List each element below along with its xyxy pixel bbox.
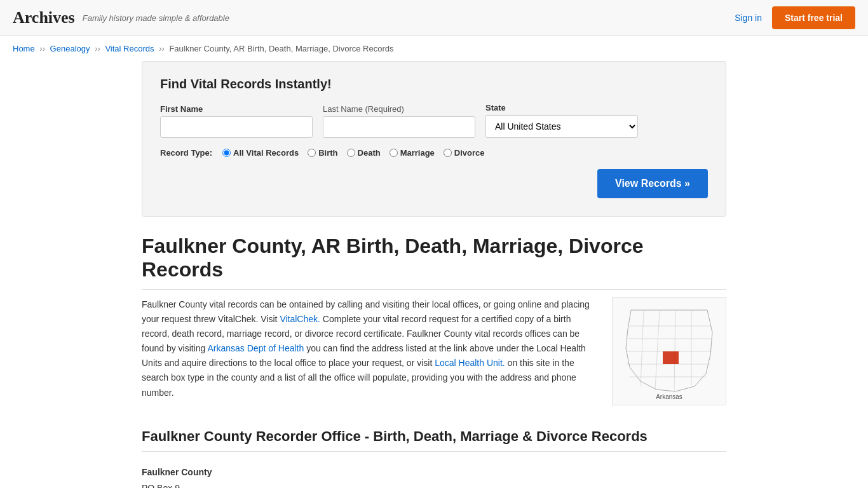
arkansas-map-svg: Arkansas xyxy=(612,297,726,405)
first-name-input[interactable] xyxy=(160,116,313,138)
radio-birth-input[interactable] xyxy=(308,149,316,157)
radio-marriage-input[interactable] xyxy=(390,149,398,157)
ar-health-link[interactable]: Arkansas Dept of Health xyxy=(208,343,304,353)
view-records-button[interactable]: View Records » xyxy=(597,169,708,198)
breadcrumb-sep-3: ›› xyxy=(159,44,165,53)
content-section: Faulkner County vital records can be ont… xyxy=(142,297,726,408)
content-text: Faulkner County vital records can be ont… xyxy=(142,297,597,408)
breadcrumb-vital-records[interactable]: Vital Records xyxy=(105,44,154,53)
radio-all-vital-input[interactable] xyxy=(222,149,231,157)
main-content: Find Vital Records Instantly! First Name… xyxy=(129,61,739,488)
breadcrumb-sep-2: ›› xyxy=(95,44,100,53)
last-name-group: Last Name (Required) xyxy=(323,104,475,138)
record-type-group: All Vital Records Birth Death Marriage D… xyxy=(222,148,484,158)
radio-marriage[interactable]: Marriage xyxy=(390,148,435,158)
local-health-link[interactable]: Local Health Unit. xyxy=(435,358,505,368)
radio-birth[interactable]: Birth xyxy=(308,148,337,158)
radio-divorce-input[interactable] xyxy=(444,149,452,157)
faulkner-county-highlight xyxy=(663,351,679,364)
state-group: State All United States Alabama Alaska A… xyxy=(485,103,638,138)
office-info: Faulkner County PO Box 9 Conway, AR 7203… xyxy=(142,464,726,488)
search-fields: First Name Last Name (Required) State Al… xyxy=(160,103,708,138)
header-right: Sign in Start free trial xyxy=(735,6,855,29)
radio-all-vital[interactable]: All Vital Records xyxy=(222,148,299,158)
page-title: Faulkner County, AR Birth, Death, Marria… xyxy=(142,234,726,290)
site-header: Archives Family history made simple & af… xyxy=(0,0,868,36)
state-label-text: Arkansas xyxy=(656,393,682,400)
radio-death[interactable]: Death xyxy=(347,148,381,158)
start-trial-button[interactable]: Start free trial xyxy=(772,6,855,29)
vitalchek-link[interactable]: VitalChek. xyxy=(280,314,320,324)
radio-birth-label: Birth xyxy=(318,148,337,158)
state-select[interactable]: All United States Alabama Alaska Arizona… xyxy=(485,115,638,138)
breadcrumb-current: Faulkner County, AR Birth, Death, Marria… xyxy=(169,44,393,53)
breadcrumb-genealogy[interactable]: Genealogy xyxy=(50,44,90,53)
last-name-label: Last Name (Required) xyxy=(323,104,475,114)
header-left: Archives Family history made simple & af… xyxy=(13,8,229,27)
ar-map: Arkansas xyxy=(612,297,726,408)
last-name-input[interactable] xyxy=(323,116,475,138)
breadcrumb-sep-1: ›› xyxy=(39,44,45,53)
recorder-section-title: Faulkner County Recorder Office - Birth,… xyxy=(142,428,726,452)
office-po-box: PO Box 9 xyxy=(142,480,726,488)
radio-divorce-label: Divorce xyxy=(454,148,485,158)
search-title: Find Vital Records Instantly! xyxy=(160,77,708,92)
office-name: Faulkner County xyxy=(142,464,726,480)
content-paragraph: Faulkner County vital records can be ont… xyxy=(142,297,597,400)
radio-divorce[interactable]: Divorce xyxy=(444,148,485,158)
recorder-section: Faulkner County Recorder Office - Birth,… xyxy=(142,428,726,488)
site-tagline: Family history made simple & affordable xyxy=(83,13,229,23)
breadcrumb-home[interactable]: Home xyxy=(13,44,35,53)
radio-death-label: Death xyxy=(358,148,381,158)
state-label: State xyxy=(485,103,638,112)
record-type-row: Record Type: All Vital Records Birth Dea… xyxy=(160,148,708,158)
sign-in-link[interactable]: Sign in xyxy=(735,13,762,23)
first-name-group: First Name xyxy=(160,104,313,138)
site-logo: Archives xyxy=(13,8,75,27)
record-type-label: Record Type: xyxy=(160,148,212,158)
search-box: Find Vital Records Instantly! First Name… xyxy=(142,61,726,217)
first-name-label: First Name xyxy=(160,104,313,114)
radio-all-vital-label: All Vital Records xyxy=(233,148,299,158)
radio-death-input[interactable] xyxy=(347,149,355,157)
breadcrumb: Home ›› Genealogy ›› Vital Records ›› Fa… xyxy=(0,36,868,61)
radio-marriage-label: Marriage xyxy=(400,148,435,158)
